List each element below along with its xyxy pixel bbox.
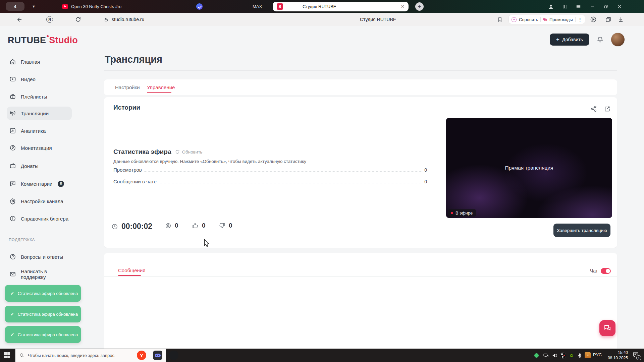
max-icon	[196, 3, 203, 10]
share-icon[interactable]	[590, 105, 597, 114]
mouse-cursor	[204, 239, 210, 249]
reload-icon[interactable]	[73, 13, 83, 26]
tray-status-icon[interactable]	[533, 349, 539, 362]
end-broadcast-button[interactable]: Завершить трансляцию	[553, 224, 610, 237]
address-bar: Я studio.rutube.ru Студия RUTUBE ✦ Спрос…	[0, 13, 644, 26]
more-icon[interactable]: ⋮	[578, 17, 582, 22]
sidebar-item-playlists[interactable]: Плейлисты	[7, 90, 72, 103]
home-icon	[9, 58, 16, 65]
sidebar-divider	[6, 233, 71, 233]
refresh-button[interactable]: Обновить	[175, 149, 202, 155]
plus-icon: +	[556, 36, 559, 43]
bookmark-icon[interactable]	[495, 13, 504, 26]
stat-row-chat-messages: Сообщений в чате0	[113, 179, 427, 184]
analytics-icon	[9, 127, 16, 134]
minimize-icon[interactable]	[586, 0, 598, 13]
microphone-icon[interactable]	[576, 349, 583, 362]
profile-icon[interactable]	[545, 0, 557, 13]
tray-app-icon[interactable]: ≈	[584, 349, 592, 362]
dislikes-counter[interactable]: 0	[219, 222, 232, 229]
add-button[interactable]: + Добавить	[550, 34, 589, 46]
sparkle-icon: ✦	[512, 17, 517, 22]
question-icon	[9, 253, 16, 260]
sidebar-item-broadcasts[interactable]: Трансляции	[7, 107, 72, 120]
player-icon[interactable]	[588, 13, 598, 26]
back-icon[interactable]	[13, 13, 25, 26]
sidebar-item-donations[interactable]: Донаты	[7, 159, 72, 173]
sidebar-item-analytics[interactable]: Аналитика	[7, 124, 72, 137]
monetization-icon	[9, 144, 16, 151]
download-icon[interactable]	[616, 13, 626, 26]
language-indicator[interactable]: РУС	[593, 352, 602, 357]
volume-icon[interactable]	[551, 349, 558, 362]
yandex-browser-icon[interactable]: Y	[137, 351, 146, 360]
viewers-icon	[165, 223, 171, 229]
tab-title: Open 30 Nutty Chests #ro	[71, 4, 121, 9]
player-label: Прямая трансляция	[446, 165, 612, 171]
start-button[interactable]	[3, 351, 11, 359]
title-divider	[104, 70, 617, 71]
menu-icon[interactable]	[572, 0, 584, 13]
notifications-bell-icon[interactable]	[596, 36, 604, 45]
sidebar-item-faq[interactable]: Вопросы и ответы	[7, 250, 72, 263]
tab-title: Студия RUTUBE	[303, 4, 336, 9]
omnibox-page-title[interactable]: Студия RUTUBE	[338, 13, 418, 26]
dislike-icon	[219, 222, 225, 229]
pinned-app-icon[interactable]	[169, 351, 178, 360]
tab-studio-rutube-active[interactable]: S Студия RUTUBE ✕	[273, 2, 409, 11]
ask-button[interactable]: Спросить	[519, 17, 538, 22]
protect-icon[interactable]: Я	[45, 13, 55, 26]
viewers-counter: 0	[165, 222, 178, 229]
video-icon	[9, 76, 16, 82]
live-preview-player[interactable]: Прямая трансляция В эфире	[446, 118, 612, 218]
obs-icon[interactable]	[559, 349, 567, 362]
sidebar-item-rutube[interactable]: RUTUBE	[7, 345, 72, 349]
collections-icon[interactable]	[603, 13, 613, 26]
action-center-icon[interactable]: 1	[630, 349, 641, 362]
sidebar-item-contact-support[interactable]: Написать в поддержку	[7, 267, 72, 281]
sidebar-item-home[interactable]: Главная	[7, 55, 72, 68]
avatar[interactable]	[611, 33, 625, 46]
sidebar-item-comments[interactable]: Комментарии 5	[7, 177, 72, 190]
url-text[interactable]: studio.rutube.ru	[112, 13, 144, 26]
close-tab-icon[interactable]: ✕	[401, 4, 405, 9]
side-panels-icon[interactable]	[559, 0, 571, 13]
sidebar-item-channel-settings[interactable]: Настройки канала	[7, 194, 72, 208]
sidebar-item-video[interactable]: Видео	[7, 72, 72, 86]
rutube-studio-logo[interactable]: RUTUBEStudio	[8, 35, 78, 46]
dotted-leader	[159, 183, 422, 183]
nvidia-icon[interactable]	[568, 349, 575, 362]
restore-icon[interactable]	[600, 0, 612, 13]
mail-icon	[9, 271, 16, 278]
refresh-icon	[175, 149, 180, 154]
tab-messages[interactable]: Сообщения	[118, 267, 145, 273]
sidebar-item-blogger-guide[interactable]: Справочник блогера	[7, 212, 72, 225]
discord-icon[interactable]	[153, 351, 162, 360]
chat-fab-button[interactable]	[599, 320, 615, 336]
stories-title: Истории	[113, 104, 140, 111]
tab-settings[interactable]: Настройки	[115, 79, 140, 95]
page-title: Трансляция	[105, 54, 162, 65]
close-window-icon[interactable]	[613, 0, 625, 13]
check-icon: ✓	[10, 311, 14, 317]
tab-youtube[interactable]: Open 30 Nutty Chests #ro	[62, 0, 121, 13]
chat-toggle[interactable]	[601, 268, 611, 274]
messages-divider	[104, 276, 617, 277]
tab-max[interactable]: MAX	[196, 0, 262, 13]
promocodes-button[interactable]: Промокоды	[549, 17, 573, 22]
tab-title: MAX	[253, 4, 262, 9]
check-icon: ✓	[10, 332, 14, 337]
notification-count-badge: 1	[636, 355, 641, 360]
network-icon[interactable]	[542, 349, 549, 362]
sidebar-item-monetization[interactable]: Монетизация	[7, 141, 72, 155]
support-heading: ПОДДЕРЖКА	[9, 238, 35, 242]
likes-counter[interactable]: 0	[192, 222, 206, 229]
chevron-down-icon[interactable]: ▼	[32, 4, 36, 8]
external-link-icon[interactable]	[604, 105, 611, 114]
tab-counter[interactable]: 4	[6, 2, 24, 11]
logo-dot	[47, 35, 49, 37]
windows-icon	[4, 352, 10, 358]
taskbar-clock[interactable]: 15:40 08.10.2025	[603, 350, 628, 361]
new-tab-button[interactable]: +	[415, 2, 424, 11]
lock-icon[interactable]	[102, 13, 110, 26]
